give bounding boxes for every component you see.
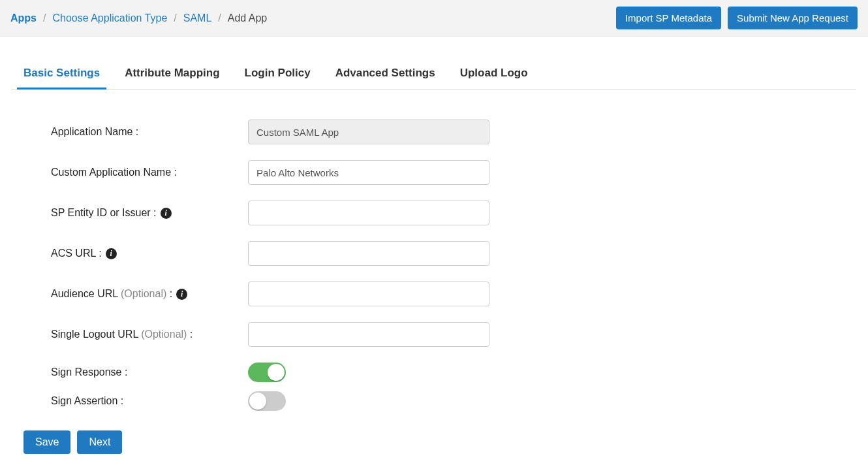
tab-attribute-mapping[interactable]: Attribute Mapping — [123, 60, 221, 89]
next-button[interactable]: Next — [77, 430, 122, 454]
info-icon[interactable]: i — [106, 248, 117, 259]
audience-url-label: Audience URL (Optional) : i — [51, 288, 248, 300]
tabs: Basic Settings Attribute Mapping Login P… — [12, 60, 856, 89]
single-logout-url-label: Single Logout URL (Optional) : — [51, 329, 248, 340]
breadcrumb-apps[interactable]: Apps — [10, 12, 37, 24]
submit-new-app-request-button[interactable]: Submit New App Request — [728, 7, 858, 29]
custom-application-name-label: Custom Application Name : — [51, 167, 248, 178]
sp-entity-id-input[interactable] — [248, 201, 489, 225]
info-icon[interactable]: i — [161, 208, 172, 219]
application-name-input — [248, 120, 489, 144]
toggle-knob — [249, 393, 266, 410]
import-sp-metadata-button[interactable]: Import SP Metadata — [616, 7, 721, 29]
tab-login-policy[interactable]: Login Policy — [243, 60, 312, 89]
breadcrumb-choose-type[interactable]: Choose Application Type — [52, 12, 167, 24]
audience-url-input[interactable] — [248, 282, 489, 306]
info-icon[interactable]: i — [176, 289, 187, 300]
acs-url-input[interactable] — [248, 241, 489, 266]
breadcrumb-saml[interactable]: SAML — [183, 12, 212, 24]
breadcrumb-separator: / — [43, 12, 46, 24]
single-logout-url-input[interactable] — [248, 322, 489, 347]
sign-assertion-toggle[interactable] — [248, 391, 286, 411]
toggle-knob — [268, 364, 285, 381]
save-button[interactable]: Save — [23, 430, 70, 454]
form: Application Name : Custom Application Na… — [12, 120, 856, 411]
breadcrumb-separator: / — [218, 12, 221, 24]
sign-assertion-label: Sign Assertion : — [51, 395, 248, 407]
tab-advanced-settings[interactable]: Advanced Settings — [334, 60, 437, 89]
tab-upload-logo[interactable]: Upload Logo — [459, 60, 529, 89]
tab-basic-settings[interactable]: Basic Settings — [22, 60, 101, 89]
sign-response-label: Sign Response : — [51, 366, 248, 378]
breadcrumb-separator: / — [174, 12, 176, 24]
custom-application-name-input[interactable] — [248, 160, 489, 185]
sp-entity-id-label: SP Entity ID or Issuer : i — [51, 207, 248, 219]
breadcrumb: Apps / Choose Application Type / SAML / … — [10, 12, 267, 24]
application-name-label: Application Name : — [51, 126, 248, 138]
breadcrumb-current: Add App — [228, 12, 268, 24]
sign-response-toggle[interactable] — [248, 363, 286, 382]
acs-url-label: ACS URL : i — [51, 248, 248, 259]
